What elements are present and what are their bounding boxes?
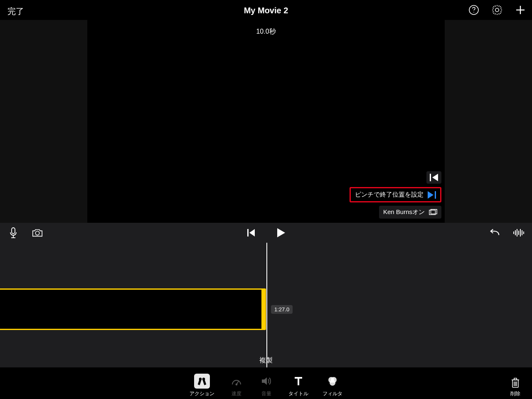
svg-line-18 [499, 5, 499, 7]
clip-thumbnails [2, 305, 259, 324]
kenburns-start-icon[interactable] [426, 171, 441, 184]
add-media-icon[interactable] [515, 4, 526, 16]
tool-volume-label: 音量 [261, 390, 271, 397]
delete-label: 削除 [510, 390, 520, 397]
skip-to-start-icon[interactable] [245, 227, 257, 239]
tool-title-label: タイトル [288, 390, 308, 397]
tool-action[interactable]: アクション [190, 374, 214, 397]
svg-marker-32 [249, 229, 255, 236]
svg-line-15 [493, 12, 494, 12]
project-title: My Movie 2 [0, 6, 532, 15]
svg-marker-22 [432, 174, 438, 181]
preview-left-panel [0, 20, 87, 223]
svg-line-12 [499, 13, 499, 15]
svg-point-1 [473, 12, 474, 12]
delete-button[interactable]: 削除 [510, 377, 520, 397]
timeline-clip[interactable] [0, 288, 266, 330]
pinch-end-highlight: ピンチで終了位置を設定 [350, 187, 441, 202]
svg-line-16 [500, 8, 502, 8]
svg-marker-23 [428, 191, 433, 199]
svg-rect-44 [198, 379, 201, 385]
timeline[interactable]: 1:27.0 複製 [0, 243, 532, 367]
header: 完了 My Movie 2 [0, 0, 532, 20]
svg-line-17 [495, 13, 495, 15]
svg-rect-24 [435, 191, 436, 199]
duplicate-label[interactable]: 複製 [0, 356, 532, 365]
help-icon[interactable] [468, 4, 480, 16]
svg-line-10 [500, 6, 501, 7]
svg-line-9 [493, 13, 494, 14]
svg-rect-56 [514, 378, 517, 380]
pinch-end-label[interactable]: ピンチで終了位置を設定 [355, 191, 424, 199]
ken-burns-label: Ken Burnsオン [383, 208, 425, 216]
play-icon[interactable] [275, 227, 287, 239]
settings-gear-icon[interactable] [491, 4, 503, 16]
tool-filter[interactable]: フィルタ [323, 374, 342, 397]
svg-line-8 [500, 13, 501, 14]
clip-duration-label: 10.0秒 [0, 27, 532, 36]
ken-burns-toggle[interactable]: Ken Burnsオン [379, 206, 441, 219]
svg-line-14 [500, 12, 502, 12]
tool-speed[interactable]: 速度 [229, 374, 244, 397]
svg-point-2 [495, 8, 499, 12]
tool-action-label: アクション [190, 390, 214, 397]
svg-line-11 [495, 5, 495, 7]
tool-speed-label: 速度 [232, 390, 241, 397]
playhead-line[interactable] [266, 243, 267, 367]
kenburns-end-icon[interactable] [428, 191, 436, 199]
tool-filter-label: フィルタ [323, 390, 342, 397]
tool-volume[interactable]: 音量 [259, 374, 274, 397]
svg-marker-48 [262, 377, 267, 385]
svg-rect-31 [247, 229, 249, 236]
tool-title[interactable]: タイトル [288, 374, 308, 397]
svg-line-7 [493, 6, 494, 7]
timeline-time-label: 1:27.0 [271, 305, 293, 314]
undo-icon[interactable] [489, 227, 500, 239]
bottom-toolbar: アクション 速度 音量 タイトル フィルタ 削除 [0, 367, 532, 399]
svg-point-53 [330, 380, 335, 386]
svg-marker-33 [277, 228, 285, 237]
svg-rect-45 [203, 379, 206, 385]
preview-region: 10.0秒 ピンチで終了位置を設定 Ken Burnsオン [0, 20, 532, 223]
svg-rect-21 [430, 174, 431, 181]
audio-waveform-icon[interactable] [513, 227, 525, 239]
svg-rect-50 [298, 377, 299, 385]
preview-right-panel [445, 20, 532, 223]
clip-trim-handle[interactable] [261, 288, 266, 330]
svg-line-13 [493, 8, 494, 8]
crop-icon [429, 209, 437, 216]
svg-point-47 [236, 384, 237, 385]
